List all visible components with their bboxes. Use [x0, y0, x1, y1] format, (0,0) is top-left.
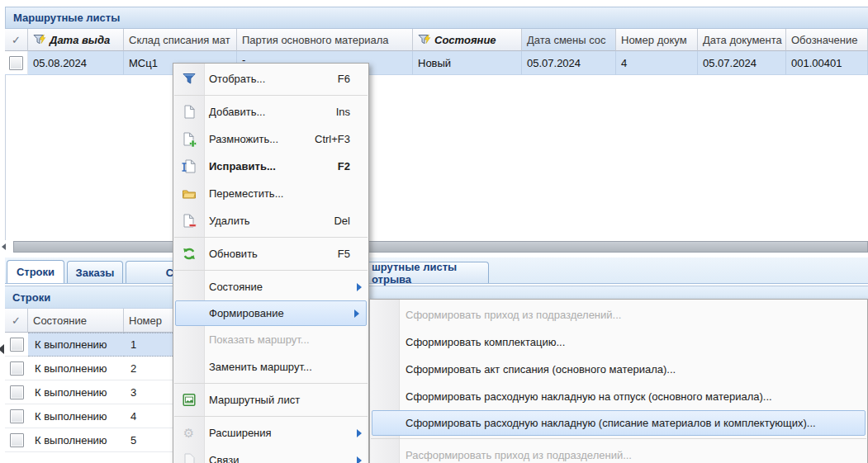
menu-item-sostoyanie[interactable]: Состояние — [173, 273, 368, 300]
column-header-issue-date[interactable]: Дата выда — [28, 29, 124, 51]
submenu-item-sformirovat-akt-spisaniya[interactable]: Сформировать акт списания (основного мат… — [370, 356, 867, 383]
menu-separator — [173, 380, 368, 386]
menu-item-rasshireniya[interactable]: ⚙ Расширения — [173, 419, 368, 446]
row-checkbox[interactable] — [10, 385, 24, 399]
column-header-label: Партия основного материала — [242, 34, 389, 46]
menu-separator — [173, 267, 368, 273]
menu-item-shortcut: Del — [334, 215, 350, 227]
row-checkbox-cell — [5, 380, 28, 404]
column-header-label: Состояние — [33, 314, 87, 327]
row-checkbox[interactable] — [10, 361, 24, 376]
menu-separator — [370, 436, 867, 442]
top-panel-title-label: Маршрутные листы — [13, 12, 120, 24]
column-header-state[interactable]: Состояние — [413, 29, 522, 51]
cell-state[interactable]: К выполнению — [28, 333, 124, 357]
menu-item-label: Сформировать акт списания (основного мат… — [406, 363, 676, 376]
cell-state[interactable]: Новый — [413, 51, 522, 75]
route-sheet-icon — [181, 392, 197, 408]
menu-item-svyazi[interactable]: Связи — [173, 446, 368, 463]
context-menu: Отобрать... F6 Добавить... Ins Размножит… — [173, 63, 369, 463]
column-header-doc-number[interactable]: Номер докум — [616, 29, 698, 51]
edit-document-icon — [181, 158, 197, 174]
column-header-label: Склад списания мат — [129, 34, 230, 46]
duplicate-document-icon — [181, 131, 197, 147]
menu-item-label: Связи — [209, 454, 239, 463]
menu-item-dobavit[interactable]: Добавить... Ins — [173, 98, 368, 125]
submenu-arrow-icon — [357, 456, 362, 463]
menu-item-label: Переместить... — [209, 187, 283, 200]
column-header-label: Дата выда — [50, 34, 110, 46]
splitter-arrow-icon[interactable] — [0, 344, 4, 354]
menu-item-otobrat[interactable]: Отобрать... F6 — [173, 65, 368, 92]
table-row[interactable]: 05.08.2024 МСц1 - Новый 05.07.2024 4 05.… — [5, 51, 868, 75]
menu-item-label: Удалить — [209, 215, 250, 227]
delete-document-icon — [181, 213, 197, 229]
submenu-item-sformirovat-prihod: Сформировать приход из подразделений... — [370, 301, 867, 328]
menu-item-obnovit[interactable]: Обновить F5 — [173, 240, 368, 267]
column-header-label: Дата документа — [703, 34, 782, 46]
scrollbar-thumb[interactable] — [13, 241, 868, 253]
column-header-state[interactable]: Состояние — [28, 309, 124, 333]
app-window: Маршрутные листы ✓ Дата выда Склад списа… — [0, 0, 868, 463]
menu-item-label: Обновить — [209, 248, 258, 260]
cell-doc-number[interactable]: 4 — [616, 51, 698, 75]
tab-zakazy[interactable]: Заказы — [67, 261, 123, 283]
row-checkbox-cell — [5, 428, 28, 452]
horizontal-scrollbar[interactable] — [5, 240, 868, 253]
cell-state[interactable]: К выполнению — [28, 380, 124, 404]
column-header-select-all[interactable]: ✓ — [5, 309, 28, 333]
menu-item-label: Расширения — [209, 427, 272, 439]
row-checkbox[interactable] — [10, 409, 24, 423]
menu-item-label: Расформировать приход из подразделений..… — [406, 449, 632, 461]
checkmark-icon: ✓ — [12, 34, 21, 46]
menu-item-razmnozhit[interactable]: Размножить... Ctrl+F3 — [173, 125, 368, 153]
column-header-label: Номер докум — [621, 34, 687, 46]
row-checkbox[interactable] — [9, 56, 23, 70]
tab-stroki[interactable]: Строки — [7, 260, 64, 283]
column-header-label: Номер — [129, 314, 162, 327]
submenu-item-sformirovat-komplektaciyu[interactable]: Сформировать комплектацию... — [370, 328, 867, 356]
menu-item-label: Сформировать расходную накладную (списан… — [406, 417, 816, 429]
column-header-warehouse[interactable]: Склад списания мат — [124, 29, 237, 51]
tab-label: Заказы — [76, 267, 115, 279]
links-document-icon — [181, 452, 197, 463]
row-checkbox-cell — [5, 357, 28, 380]
menu-item-marshrutnyj-list[interactable]: Маршрутный лист — [173, 386, 368, 413]
cell-issue-date[interactable]: 05.08.2024 — [28, 51, 124, 75]
menu-item-udalit[interactable]: Удалить Del — [173, 207, 368, 234]
column-header-select-all[interactable]: ✓ — [5, 29, 28, 51]
menu-item-peremestit[interactable]: Переместить... — [173, 180, 368, 207]
menu-item-label: Размножить... — [209, 133, 278, 145]
cell-designation[interactable]: 001.00401 — [786, 51, 868, 75]
scroll-left-arrow-icon[interactable] — [2, 243, 6, 250]
cell-state[interactable]: К выполнению — [28, 428, 124, 452]
bottom-tab-strip: Строки Заказы Сер шрутные листы отрыва — [5, 257, 868, 284]
menu-item-ispravit[interactable]: Исправить... F2 — [173, 153, 368, 180]
column-header-label: Дата смены сос — [527, 34, 606, 46]
submenu-item-sformirovat-rashodnuyu-spisanie[interactable]: Сформировать расходную накладную (списан… — [372, 410, 866, 436]
menu-item-label: Показать маршрут... — [209, 333, 310, 346]
menu-item-shortcut: F6 — [338, 73, 350, 85]
cell-state[interactable]: К выполнению — [28, 404, 124, 428]
row-checkbox[interactable] — [10, 433, 24, 447]
cell-state[interactable]: К выполнению — [28, 357, 124, 380]
row-checkbox[interactable] — [10, 338, 24, 352]
submenu-item-sformirovat-rashodnuyu-otpusk[interactable]: Сформировать расходную накладную на отпу… — [370, 383, 867, 410]
cell-state-change-date[interactable]: 05.07.2024 — [522, 51, 616, 75]
column-header-designation[interactable]: Обозначение — [786, 29, 868, 51]
menu-item-label: Сформировать приход из подразделений... — [406, 309, 621, 321]
menu-item-shortcut: F2 — [338, 160, 350, 172]
menu-item-zamenit-marshrut[interactable]: Заменить маршрут... — [173, 353, 368, 380]
menu-item-label: Сформировать комплектацию... — [406, 336, 565, 348]
refresh-icon — [181, 246, 197, 262]
menu-separator — [173, 413, 368, 419]
column-header-doc-date[interactable]: Дата документа — [698, 29, 786, 51]
column-header-label: Состояние — [434, 34, 496, 46]
menu-item-formirovanie[interactable]: Формирование — [175, 300, 367, 326]
submenu-arrow-icon — [357, 283, 362, 291]
menu-separator — [173, 234, 368, 240]
menu-item-shortcut: Ctrl+F3 — [315, 133, 350, 145]
column-header-state-change-date[interactable]: Дата смены сос — [522, 29, 616, 51]
cell-doc-date[interactable]: 05.07.2024 — [698, 51, 786, 75]
column-header-batch[interactable]: Партия основного материала — [237, 29, 413, 51]
